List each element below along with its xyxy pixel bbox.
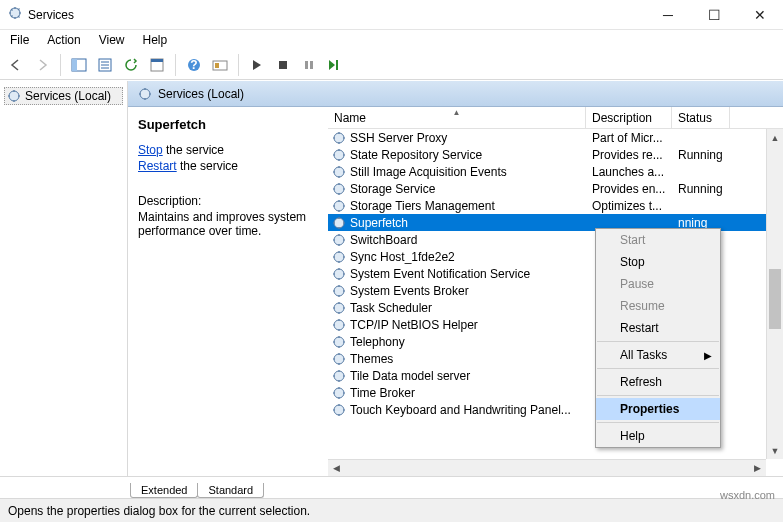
col-description[interactable]: Description: [586, 107, 672, 128]
ctx-resume: Resume: [596, 295, 720, 317]
service-name: State Repository Service: [350, 148, 482, 162]
maximize-button[interactable]: ☐: [691, 0, 737, 29]
svg-rect-11: [305, 61, 308, 69]
ctx-pause: Pause: [596, 273, 720, 295]
watermark: wsxdn.com: [720, 489, 775, 501]
service-name: Themes: [350, 352, 393, 366]
gear-icon: [332, 165, 346, 179]
properties-button[interactable]: [145, 53, 169, 77]
service-name: SwitchBoard: [350, 233, 417, 247]
svg-point-29: [334, 354, 344, 364]
stop-service-button[interactable]: [271, 53, 295, 77]
tab-standard[interactable]: Standard: [197, 483, 264, 498]
ctx-start: Start: [596, 229, 720, 251]
ctx-restart[interactable]: Restart: [596, 317, 720, 339]
service-row[interactable]: Storage ServiceProvides en...Running: [328, 180, 783, 197]
back-button[interactable]: [4, 53, 28, 77]
gear-icon: [332, 182, 346, 196]
header-title: Services (Local): [158, 87, 244, 101]
svg-point-23: [334, 252, 344, 262]
svg-point-21: [334, 218, 344, 228]
scroll-right-icon[interactable]: ▶: [749, 460, 766, 476]
service-name: TCP/IP NetBIOS Helper: [350, 318, 478, 332]
minimize-button[interactable]: ─: [645, 0, 691, 29]
gear-icon: [332, 216, 346, 230]
service-name: Sync Host_1fde2e2: [350, 250, 455, 264]
svg-point-17: [334, 150, 344, 160]
menubar: File Action View Help: [0, 30, 783, 50]
gear-icon: [332, 301, 346, 315]
tree-services-local[interactable]: Services (Local): [4, 87, 123, 105]
service-name: Tile Data model server: [350, 369, 470, 383]
gear-icon: [332, 267, 346, 281]
svg-point-30: [334, 371, 344, 381]
ctx-help[interactable]: Help: [596, 425, 720, 447]
show-hide-tree-button[interactable]: [67, 53, 91, 77]
refresh-button[interactable]: [119, 53, 143, 77]
menu-view[interactable]: View: [97, 32, 127, 48]
scroll-down-icon[interactable]: ▼: [767, 442, 783, 459]
service-name: Superfetch: [350, 216, 408, 230]
description-label: Description:: [138, 194, 318, 208]
service-name: Storage Tiers Management: [350, 199, 495, 213]
view-tabs: Extended Standard: [0, 476, 783, 498]
column-headers: Name▲ Description Status: [328, 107, 783, 129]
menu-file[interactable]: File: [8, 32, 31, 48]
col-name[interactable]: Name▲: [328, 107, 586, 128]
svg-rect-2: [72, 59, 77, 71]
menu-action[interactable]: Action: [45, 32, 82, 48]
ctx-properties[interactable]: Properties: [596, 398, 720, 420]
stop-link[interactable]: Stop: [138, 143, 163, 157]
ctx-all-tasks[interactable]: All Tasks▶: [596, 344, 720, 366]
statusbar: Opens the properties dialog box for the …: [0, 498, 783, 522]
ctx-stop[interactable]: Stop: [596, 251, 720, 273]
service-description: Provides en...: [586, 182, 672, 196]
scroll-left-icon[interactable]: ◀: [328, 460, 345, 476]
svg-point-18: [334, 167, 344, 177]
svg-rect-9: [215, 63, 219, 68]
pause-service-button[interactable]: [297, 53, 321, 77]
service-description: Part of Micr...: [586, 131, 672, 145]
connect-button[interactable]: [208, 53, 232, 77]
restart-link[interactable]: Restart: [138, 159, 177, 173]
scroll-up-icon[interactable]: ▲: [767, 129, 783, 146]
service-name: System Events Broker: [350, 284, 469, 298]
svg-point-28: [334, 337, 344, 347]
export-list-button[interactable]: [93, 53, 117, 77]
ctx-refresh[interactable]: Refresh: [596, 371, 720, 393]
svg-point-16: [334, 133, 344, 143]
menu-help[interactable]: Help: [141, 32, 170, 48]
service-name: Telephony: [350, 335, 405, 349]
service-row[interactable]: Still Image Acquisition EventsLaunches a…: [328, 163, 783, 180]
gear-icon: [332, 318, 346, 332]
scrollbar-thumb[interactable]: [769, 269, 781, 329]
service-name: Touch Keyboard and Handwriting Panel...: [350, 403, 571, 417]
gear-icon: [332, 284, 346, 298]
gear-icon: [332, 386, 346, 400]
vertical-scrollbar[interactable]: ▲ ▼: [766, 129, 783, 459]
svg-point-20: [334, 201, 344, 211]
svg-point-19: [334, 184, 344, 194]
gear-icon: [332, 335, 346, 349]
tree-item-label: Services (Local): [25, 89, 111, 103]
svg-rect-5: [151, 59, 163, 62]
service-row[interactable]: Storage Tiers ManagementOptimizes t...: [328, 197, 783, 214]
service-row[interactable]: State Repository ServiceProvides re...Ru…: [328, 146, 783, 163]
forward-button[interactable]: [30, 53, 54, 77]
restart-service-button[interactable]: [323, 53, 347, 77]
svg-point-15: [140, 89, 150, 99]
col-status[interactable]: Status: [672, 107, 730, 128]
description-text: Maintains and improves system performanc…: [138, 210, 318, 238]
close-button[interactable]: ✕: [737, 0, 783, 29]
gear-icon: [332, 250, 346, 264]
help-button[interactable]: ?: [182, 53, 206, 77]
service-row[interactable]: SSH Server ProxyPart of Micr...: [328, 129, 783, 146]
toolbar: ?: [0, 50, 783, 80]
tab-extended[interactable]: Extended: [130, 483, 198, 498]
svg-point-32: [334, 405, 344, 415]
service-description: Launches a...: [586, 165, 672, 179]
gear-icon: [332, 131, 346, 145]
app-icon: [8, 6, 22, 23]
start-service-button[interactable]: [245, 53, 269, 77]
horizontal-scrollbar[interactable]: ◀ ▶: [328, 459, 766, 476]
